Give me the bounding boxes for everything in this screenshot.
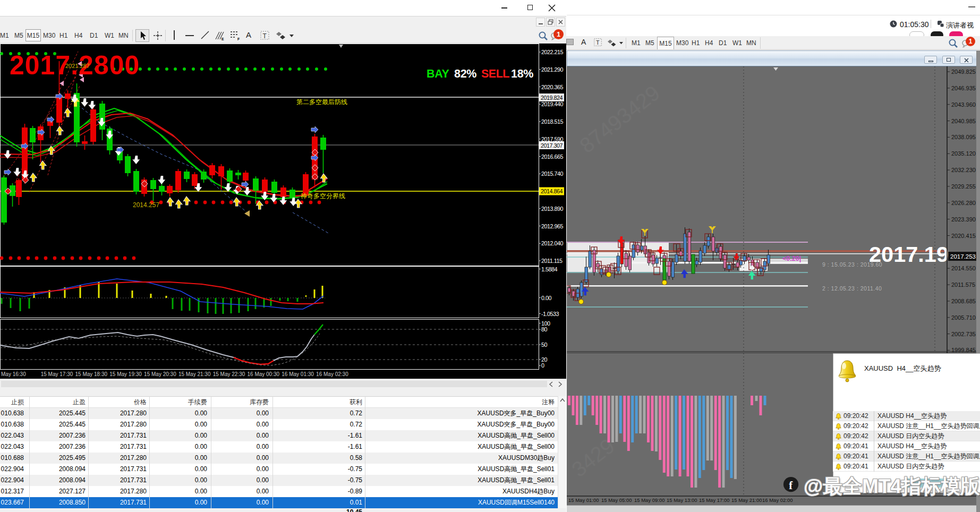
svg-text:2018.515: 2018.515 [541,118,564,125]
svg-text:2049.825: 2049.825 [951,69,976,75]
svg-text:2014.257: 2014.257 [133,201,159,209]
svg-text:1.5884: 1.5884 [541,266,558,272]
svg-text:82%: 82% [454,67,476,80]
svg-text:2021.287: 2021.287 [65,63,90,69]
svg-text:2021.290: 2021.290 [541,66,564,73]
svg-text:2029.255: 2029.255 [951,183,976,190]
svg-text:SELL: SELL [481,67,509,80]
svg-text:16 May 02:00: 16 May 02:00 [762,497,793,503]
svg-text:T: T [263,32,267,40]
svg-text:2013.890: 2013.890 [541,206,564,212]
svg-text:2019.824: 2019.824 [541,95,563,101]
svg-text:18%: 18% [511,67,533,80]
svg-text:2032.230: 2032.230 [951,167,976,173]
svg-text:2035.120: 2035.120 [951,150,976,157]
svg-text:2022.215: 2022.215 [541,49,564,55]
svg-text:2012.040: 2012.040 [541,240,564,246]
svg-text:20: 20 [541,356,548,363]
svg-text:15 May 13:00: 15 May 13:00 [667,497,697,503]
svg-text:0: 0 [541,362,544,369]
svg-text:神奇多空分界线: 神奇多空分界线 [300,192,345,200]
svg-text:2016.665: 2016.665 [541,153,564,160]
svg-text:2040.985: 2040.985 [951,118,976,124]
svg-text:16 May 00:30: 16 May 00:30 [247,371,279,377]
svg-text:2015.740: 2015.740 [541,170,564,177]
svg-text:15 May 05:00: 15 May 05:00 [601,497,632,503]
svg-text:15 May 21:30: 15 May 21:30 [178,371,211,377]
svg-text:2 : 12.05.23 : 2011.40: 2 : 12.05.23 : 2011.40 [822,285,882,292]
svg-text:1999.845: 1999.845 [951,347,976,353]
svg-text:80: 80 [541,326,548,332]
svg-text:May 16:30: May 16:30 [1,371,26,377]
svg-text:16 May 02:30: 16 May 02:30 [316,371,348,377]
svg-text:2002.735: 2002.735 [951,331,976,337]
svg-text:E: E [221,37,224,41]
svg-text:2026.280: 2026.280 [951,200,976,206]
svg-text:16 May 01:30: 16 May 01:30 [282,371,314,377]
svg-text:2014.550: 2014.550 [951,265,976,271]
svg-text:100: 100 [541,320,550,327]
svg-text:2046.935: 2046.935 [951,85,976,91]
svg-text:f: f [789,480,793,491]
svg-text:2011.115: 2011.115 [541,258,563,264]
svg-text:2017.590: 2017.590 [541,136,564,142]
svg-text:2038.095: 2038.095 [951,134,976,140]
svg-text:15 May 20:30: 15 May 20:30 [144,371,176,377]
svg-text:15 May 17:00: 15 May 17:00 [699,497,730,503]
svg-text:BAY: BAY [427,67,449,80]
svg-text:2020.365: 2020.365 [541,84,564,90]
svg-text:50: 50 [541,342,548,348]
svg-text:15 May 17:30: 15 May 17:30 [41,371,73,377]
svg-text:15 May 01:00: 15 May 01:00 [568,497,599,503]
svg-text:2011.575: 2011.575 [951,281,975,288]
svg-text:2017.307: 2017.307 [541,142,563,149]
svg-text:9 : 15.05.23 : 2019.60: 9 : 15.05.23 : 2019.60 [822,261,882,268]
svg-text:2017.253: 2017.253 [950,253,976,260]
svg-text:2008.685: 2008.685 [951,298,976,304]
svg-text:0.00: 0.00 [541,295,552,301]
svg-text:2020.415: 2020.415 [951,233,976,239]
svg-text:2012.965: 2012.965 [541,223,564,229]
svg-text:2043.960: 2043.960 [951,101,976,108]
svg-text:2023.390: 2023.390 [951,216,976,223]
svg-text:-1.0533: -1.0533 [541,311,559,317]
svg-text:15 May 09:00: 15 May 09:00 [634,497,665,503]
svg-text:15 May 18:30: 15 May 18:30 [75,371,107,377]
svg-text:15 May 19:30: 15 May 19:30 [109,371,142,377]
svg-text:第二多空最后防线: 第二多空最后防线 [296,98,347,106]
svg-text:F: F [237,37,240,41]
svg-text:T: T [596,39,600,46]
svg-text:2005.710: 2005.710 [951,314,976,321]
svg-text:<0.20|: <0.20| [782,255,801,262]
svg-text:15 May 21:00: 15 May 21:00 [731,497,762,503]
svg-text:2019.440: 2019.440 [541,101,564,107]
svg-text:15 May 22:30: 15 May 22:30 [213,371,245,377]
svg-text:2014.864: 2014.864 [541,188,563,194]
